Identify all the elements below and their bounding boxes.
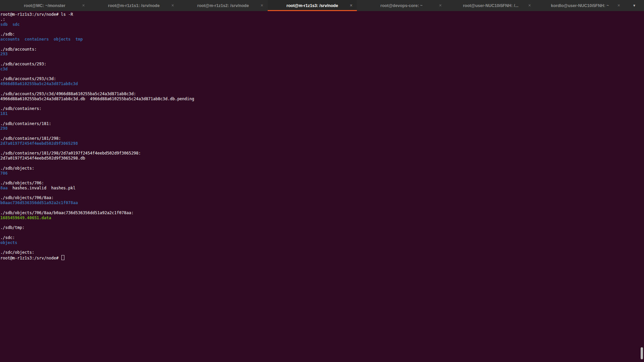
close-tab-icon[interactable]: × <box>618 3 620 8</box>
terminal-line: ./sdc: <box>0 235 644 240</box>
terminal-tab[interactable]: kordlo@user-NUC10i5FNH: ~× <box>535 0 625 11</box>
terminal-line: ./sdc/objects: <box>0 250 644 255</box>
close-tab-icon[interactable]: × <box>171 3 174 8</box>
tab-title: root@MC: ~/monster <box>24 3 65 8</box>
chevron-down-icon: ▼ <box>633 4 636 7</box>
terminal-line: ./sdb/objects/706/8aa/b0aac736d536356dd5… <box>0 210 644 216</box>
terminal-line: ./sdb/accounts: <box>0 47 644 52</box>
terminal-line: ./sdb/accounts/293: <box>0 62 644 67</box>
close-tab-icon[interactable]: × <box>439 3 442 8</box>
terminal-line: 8aa hashes.invalid hashes.pkl <box>0 186 644 191</box>
close-tab-icon[interactable]: × <box>350 3 353 8</box>
terminal-line: ./sdb: <box>0 32 644 37</box>
terminal-line: root@m-r1z1s3:/srv/node# <box>0 255 644 260</box>
close-tab-icon[interactable]: × <box>82 3 85 8</box>
terminal-line <box>0 146 644 151</box>
terminal-line: .: <box>0 17 644 22</box>
tab-title: root@m-r1z1s2: /srv/node <box>197 3 249 8</box>
terminal-line: 293 <box>0 52 644 57</box>
terminal-line: sdb sdc <box>0 22 644 27</box>
terminal-tab[interactable]: root@m-r1z1s3: /srv/node× <box>268 0 357 11</box>
terminal-line: accounts containers objects tmp <box>0 37 644 42</box>
close-tab-icon[interactable]: × <box>528 3 531 8</box>
terminal-line <box>0 116 644 121</box>
terminal-cursor <box>61 255 64 260</box>
terminal-line: objects <box>0 240 644 245</box>
tab-title: root@devops-core: ~ <box>380 3 423 8</box>
terminal-line: ./sdb/objects/706: <box>0 181 644 186</box>
terminal-line: ./sdb/containers: <box>0 106 644 111</box>
terminal-line <box>0 220 644 225</box>
terminal-line: ./sdb/accounts/293/c3d/4966d88a610255ba5… <box>0 92 644 97</box>
terminal-line <box>0 27 644 32</box>
terminal-line <box>0 245 644 250</box>
tab-title: kordlo@user-NUC10i5FNH: ~ <box>551 3 609 8</box>
terminal-line: ./sdb/containers/181/298: <box>0 136 644 141</box>
terminal-line <box>0 176 644 181</box>
terminal-line: root@m-r1z1s3:/srv/node# ls -R <box>0 12 644 17</box>
tab-bar: root@MC: ~/monster×root@m-r1z1s1: /srv/n… <box>0 0 644 11</box>
terminal-line <box>0 161 644 166</box>
terminal-line <box>0 72 644 77</box>
terminal-line: ./sdb/objects/706/8aa: <box>0 195 644 200</box>
tab-overflow-menu-button[interactable]: ▼ <box>625 0 644 11</box>
terminal-line <box>0 205 644 210</box>
tab-title: root@m-r1z1s1: /srv/node <box>108 3 160 8</box>
terminal-line <box>0 57 644 62</box>
terminal-line: ./sdb/objects: <box>0 166 644 171</box>
tab-title: root@m-r1z1s3: /srv/node <box>286 3 338 8</box>
terminal-line: ./sdb/accounts/293/c3d: <box>0 76 644 81</box>
terminal-line <box>0 191 644 196</box>
terminal-line: 706 <box>0 171 644 176</box>
terminal-line <box>0 101 644 106</box>
terminal-line <box>0 230 644 235</box>
terminal-line <box>0 131 644 136</box>
scrollbar-thumb[interactable] <box>641 347 643 359</box>
terminal-line: ./sdb/containers/181: <box>0 121 644 126</box>
terminal-tab[interactable]: root@devops-core: ~× <box>357 0 446 11</box>
terminal-window: root@MC: ~/monster×root@m-r1z1s1: /srv/n… <box>0 0 644 362</box>
terminal-tab[interactable]: root@m-r1z1s2: /srv/node× <box>178 0 268 11</box>
close-tab-icon[interactable]: × <box>261 3 263 8</box>
terminal-line: 181 <box>0 111 644 116</box>
terminal-line: 4966d88a610255ba5c24a3d871ab8c3d <box>0 81 644 86</box>
terminal-line <box>0 86 644 92</box>
terminal-line: 1685459649.40651.data <box>0 216 644 221</box>
tab-title: root@user-NUC10i5FNH: /... <box>463 3 519 8</box>
terminal-line <box>0 42 644 47</box>
terminal-tab[interactable]: root@user-NUC10i5FNH: /...× <box>446 0 535 11</box>
terminal-line: ./sdb/tmp: <box>0 225 644 230</box>
terminal-tab[interactable]: root@m-r1z1s1: /srv/node× <box>89 0 178 11</box>
terminal-line: b0aac736d536356dd51a92a2c1f078aa <box>0 200 644 205</box>
terminal-line: c3d <box>0 67 644 72</box>
terminal-line: 4966d88a610255ba5c24a3d871ab8c3d.db 4966… <box>0 97 644 102</box>
terminal-line: 2d7a0197f2454f4eebd502d9f3065298 <box>0 141 644 146</box>
terminal-line: 298 <box>0 126 644 131</box>
terminal-line: ./sdb/containers/181/298/2d7a0197f2454f4… <box>0 151 644 156</box>
terminal-tab[interactable]: root@MC: ~/monster× <box>0 0 89 11</box>
terminal-output[interactable]: root@m-r1z1s3:/srv/node# ls -R.:sdb sdc.… <box>0 11 644 362</box>
terminal-line: 2d7a0197f2454f4eebd502d9f3065298.db <box>0 156 644 161</box>
